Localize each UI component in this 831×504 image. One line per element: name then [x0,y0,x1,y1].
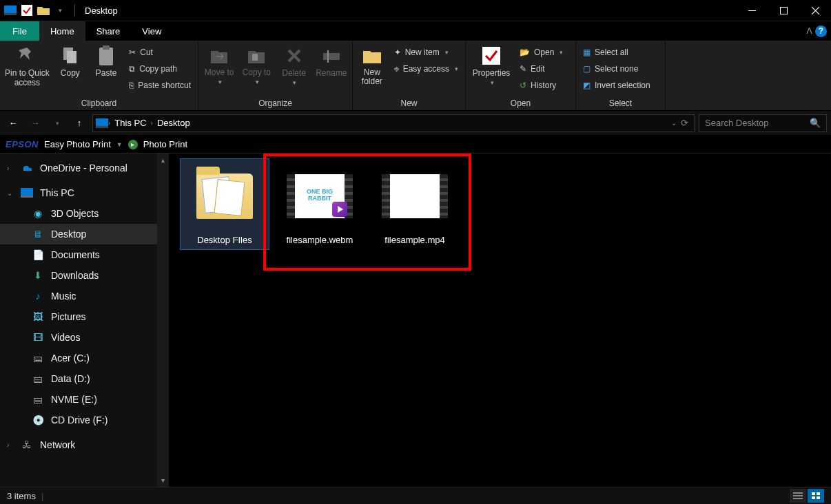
cut-button[interactable]: ✂Cut [126,45,194,60]
photo-print-button[interactable]: Photo Print [143,139,187,149]
new-item-icon: ✦ [394,48,401,57]
cd-icon: 💿 [32,414,44,426]
address-dropdown-icon[interactable]: ⌄ [671,119,677,127]
new-folder-button[interactable]: New folder [357,43,387,86]
scroll-down-icon[interactable]: ▾ [158,475,168,485]
play-icon [332,202,347,217]
tab-file[interactable]: File [0,21,39,41]
svg-rect-18 [793,495,803,496]
sidebar-item-cd[interactable]: 💿CD Drive (F:) [0,410,169,430]
main-area: › OneDrive - Personal ⌄ This PC ◉3D Obje… [0,154,831,487]
qat-dropdown-icon[interactable]: ▾ [52,3,68,18]
select-none-button[interactable]: ▢Select none [580,61,653,76]
help-icon[interactable]: ? [815,25,827,37]
collapse-ribbon-icon[interactable]: 𐌡 [806,26,812,36]
folder-qat-icon[interactable] [36,3,51,18]
select-all-icon: ▦ [583,48,591,57]
search-icon: 🔍 [810,118,821,128]
file-view[interactable]: Desktop FIles ONE BIG RABBIT filesample.… [170,154,831,487]
icons-view-button[interactable] [808,489,824,503]
sidebar-item-documents[interactable]: 📄Documents [0,244,169,265]
edit-button[interactable]: ✎Edit [517,61,566,76]
sidebar-item-pictures[interactable]: 🖼Pictures [0,306,169,327]
sidebar-scrollbar[interactable]: ▴ ▾ [157,154,169,487]
group-organize: Move to▾ Copy to▾ Delete▾ Rename Organiz… [198,41,353,110]
new-item-button[interactable]: ✦New item▾ [391,45,461,60]
history-icon: ↺ [520,81,526,90]
pc-icon [96,118,108,128]
copy-button[interactable]: Copy [54,43,86,78]
chevron-down-icon[interactable]: ⌄ [7,189,12,197]
folder-icon [192,163,258,229]
paste-button[interactable]: Paste [90,43,122,78]
refresh-icon[interactable]: ⟳ [681,118,688,128]
tab-home[interactable]: Home [39,21,85,41]
delete-button[interactable]: Delete▾ [278,43,311,86]
svg-rect-3 [748,10,756,11]
details-view-button[interactable] [790,489,806,503]
svg-rect-15 [21,188,33,196]
scroll-up-icon[interactable]: ▴ [158,155,168,165]
sidebar-item-thispc[interactable]: ⌄ This PC [0,182,169,203]
back-button[interactable]: ← [4,114,22,132]
recent-dropdown[interactable]: ▾ [48,114,66,132]
sidebar-item-3dobjects[interactable]: ◉3D Objects [0,203,169,224]
history-button[interactable]: ↺History [517,78,566,93]
svg-rect-14 [96,126,108,128]
file-item-folder[interactable]: Desktop FIles [181,159,269,249]
properties-button[interactable]: Properties▾ [470,43,513,86]
move-to-button[interactable]: Move to▾ [203,43,236,85]
sidebar-item-onedrive[interactable]: › OneDrive - Personal [0,158,169,178]
svg-rect-20 [812,492,815,495]
svg-rect-11 [327,50,329,63]
sidebar-item-downloads[interactable]: ⬇Downloads [0,265,169,286]
breadcrumb-current[interactable]: Desktop [153,118,194,128]
minimize-button[interactable] [736,0,768,21]
svg-rect-1 [4,13,17,15]
paste-shortcut-button[interactable]: ⎘Paste shortcut [126,78,194,93]
easy-photo-print-button[interactable]: Easy Photo Print [44,139,111,149]
tab-share[interactable]: Share [85,21,132,41]
breadcrumb-root[interactable]: This PC [110,118,150,128]
invert-icon: ◩ [583,81,591,90]
quick-access-toolbar: ▾ [0,3,70,18]
pictures-icon: 🖼 [32,311,44,323]
up-button[interactable]: ↑ [70,114,88,132]
group-label-new: New [357,97,461,110]
svg-rect-23 [817,496,820,499]
rename-button[interactable]: Rename [315,43,348,78]
shortcut-icon: ⎘ [129,81,134,90]
file-item-webm[interactable]: ONE BIG RABBIT filesample.webm [276,159,364,249]
sidebar-item-desktop[interactable]: 🖥Desktop [0,224,169,244]
sidebar-item-acer[interactable]: 🖴Acer (C:) [0,348,169,368]
pin-to-quick-access-button[interactable]: Pin to Quick access [4,43,50,88]
epson-dropdown-icon[interactable]: ▼ [116,141,123,148]
open-button[interactable]: 📂Open▾ [517,45,566,60]
invert-selection-button[interactable]: ◩Invert selection [580,78,653,93]
copy-path-button[interactable]: ⧉Copy path [126,61,194,76]
tab-view[interactable]: View [131,21,172,41]
forward-button[interactable]: → [26,114,44,132]
sidebar-item-videos[interactable]: 🎞Videos [0,327,169,348]
maximize-button[interactable] [768,0,799,21]
file-label: filesample.mp4 [384,235,444,245]
window-title: Desktop [85,6,118,16]
properties-qat-icon[interactable] [19,3,34,18]
search-input[interactable]: Search Desktop 🔍 [699,114,827,132]
select-all-button[interactable]: ▦Select all [580,45,653,60]
sidebar-item-music[interactable]: ♪Music [0,286,169,306]
easy-access-button[interactable]: ⎆Easy access▾ [391,61,461,76]
copy-to-button[interactable]: Copy to▾ [240,43,273,85]
file-item-mp4[interactable]: filesample.mp4 [371,159,459,249]
address-bar[interactable]: › This PC › Desktop ⌄ ⟳ [92,114,695,132]
svg-rect-19 [793,498,803,499]
svg-rect-16 [21,196,33,198]
sidebar-item-data[interactable]: 🖴Data (D:) [0,368,169,389]
chevron-right-icon[interactable]: › [7,165,9,172]
close-button[interactable] [799,0,831,21]
group-select: ▦Select all ▢Select none ◩Invert selecti… [576,41,666,110]
sidebar-item-network[interactable]: › 🖧Network [0,434,169,455]
svg-rect-7 [99,48,113,65]
chevron-right-icon[interactable]: › [7,441,9,449]
sidebar-item-nvme[interactable]: 🖴NVME (E:) [0,389,169,410]
